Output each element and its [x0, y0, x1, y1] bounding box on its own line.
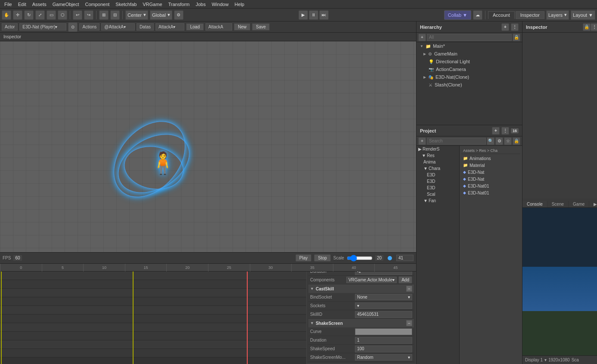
- pause-btn[interactable]: ⏸: [309, 10, 318, 20]
- move-tool-btn[interactable]: ✛: [13, 10, 22, 20]
- menu-file[interactable]: File: [2, 1, 15, 8]
- hierarchy-lock-btn[interactable]: 🔒: [513, 34, 520, 41]
- file-e3d-nat-1[interactable]: ◆ E3D-Nat: [461, 169, 520, 176]
- transform-tool-btn[interactable]: ⬡: [58, 10, 67, 20]
- menu-help[interactable]: Help: [232, 1, 247, 8]
- attack-dropdown[interactable]: AttackA: [205, 23, 232, 31]
- load-btn[interactable]: Load: [186, 23, 203, 31]
- extra-tab[interactable]: ▶: [589, 201, 597, 207]
- bindsocket-dropdown[interactable]: None▾: [355, 294, 412, 300]
- castskill-toggle[interactable]: ▼: [310, 287, 314, 291]
- save-btn[interactable]: Save: [252, 23, 270, 31]
- account-tab[interactable]: Account: [488, 11, 515, 19]
- proj-res[interactable]: ▼Res: [417, 152, 459, 159]
- menu-vrgame[interactable]: VRGame: [140, 1, 165, 8]
- proj-search-btn[interactable]: 🔍: [487, 137, 494, 145]
- tree-gamemain[interactable]: ▶ ⚙ GameMain: [417, 50, 522, 58]
- proj-e3d-1[interactable]: E3D: [417, 172, 459, 178]
- menu-assets[interactable]: Assets: [30, 1, 49, 8]
- rotate-tool-btn[interactable]: ↻: [24, 10, 34, 20]
- curve-value[interactable]: [355, 328, 412, 335]
- proj-lock-btn[interactable]: 🔒: [513, 137, 520, 145]
- global-dropdown[interactable]: Global▾: [150, 10, 172, 20]
- new-btn[interactable]: New: [234, 23, 250, 31]
- console-tab[interactable]: Console: [522, 201, 547, 207]
- collab-btn[interactable]: Collab ▼: [444, 10, 471, 20]
- proj-e3d-3[interactable]: E3D: [417, 185, 459, 191]
- shakescr-remove-btn[interactable]: −: [406, 320, 412, 326]
- proj-anima[interactable]: Anima: [417, 159, 459, 165]
- inspector-menu-btn[interactable]: ⋮: [591, 23, 597, 31]
- file-e3d-nat01-2[interactable]: ◆ E3D-Nat01: [461, 189, 520, 196]
- rect-tool-btn[interactable]: ▭: [47, 10, 56, 20]
- proj-add-btn-2[interactable]: +: [418, 137, 426, 145]
- playhead[interactable]: [247, 271, 248, 364]
- tree-slash-clone[interactable]: ⚔ Slash(Clone): [417, 81, 522, 89]
- shakespeed-value[interactable]: 100: [355, 345, 412, 352]
- actor-dropdown[interactable]: E3D-Nat (Player)▾: [19, 23, 66, 31]
- actor-settings-btn[interactable]: ⊙: [68, 22, 78, 32]
- project-menu-btn[interactable]: ⋮: [501, 127, 509, 135]
- tree-main[interactable]: ▼ 📁 Main*: [417, 42, 522, 50]
- menu-sketchfab[interactable]: Sketchfab: [113, 1, 139, 8]
- menu-component[interactable]: Component: [82, 1, 112, 8]
- skillid-value[interactable]: 454610531: [355, 311, 412, 318]
- play-btn[interactable]: ▶: [298, 10, 308, 20]
- scale-tool-btn[interactable]: ⤢: [35, 10, 45, 20]
- menu-jobs[interactable]: Jobs: [193, 1, 208, 8]
- menu-edit[interactable]: Edit: [16, 1, 29, 8]
- viewport[interactable]: 🧍: [0, 41, 416, 252]
- grid-btn[interactable]: ⊞: [99, 10, 109, 20]
- castskill-remove-btn[interactable]: −: [406, 286, 412, 292]
- menu-gameobject[interactable]: GameObject: [50, 1, 82, 8]
- layout-dropdown[interactable]: Layout ▼: [571, 10, 595, 20]
- hierarchy-add-btn[interactable]: +: [501, 23, 509, 31]
- file-animations[interactable]: 📁 Animations: [461, 155, 520, 162]
- stop-tl-btn[interactable]: Stop: [314, 254, 331, 262]
- add-component-btn[interactable]: Add: [398, 276, 412, 284]
- proj-star-btn[interactable]: ☆: [504, 137, 512, 145]
- scene-tab[interactable]: Scene: [547, 201, 569, 207]
- file-material[interactable]: 📁 Material: [461, 162, 520, 169]
- play-tl-btn[interactable]: Play: [295, 254, 311, 262]
- extra-btn[interactable]: ⚙: [174, 10, 183, 20]
- datas-dropdown[interactable]: AttackA▾: [155, 23, 184, 31]
- proj-scal[interactable]: Scal: [417, 191, 459, 197]
- cloud-btn[interactable]: ☁: [473, 10, 482, 20]
- step-btn[interactable]: ⏭: [319, 10, 329, 20]
- hand-tool-btn[interactable]: ✋: [2, 10, 11, 20]
- snap-btn[interactable]: ⊟: [110, 10, 120, 20]
- menu-transform[interactable]: Transform: [166, 1, 193, 8]
- shakescr-toggle[interactable]: ▼: [310, 321, 314, 325]
- inspector-lock-btn[interactable]: 🔒: [583, 23, 591, 31]
- file-e3d-nat-2[interactable]: ◆ E3D-Nat: [461, 176, 520, 182]
- center-dropdown[interactable]: Center▾: [125, 10, 148, 20]
- layers-dropdown[interactable]: Layers▾: [546, 10, 569, 20]
- sockets-dropdown[interactable]: ▾: [355, 302, 412, 309]
- hierarchy-add-btn-2[interactable]: +: [418, 34, 426, 41]
- hierarchy-search[interactable]: [427, 34, 512, 41]
- tree-e3d-clone[interactable]: ▶ 🎭 E3D-Nat(Clone): [417, 73, 522, 81]
- game-tab[interactable]: Game: [569, 201, 589, 207]
- tree-actioncam[interactable]: 📷 ActionCamera: [417, 65, 522, 73]
- proj-e3d-2[interactable]: E3D: [417, 178, 459, 185]
- menu-window[interactable]: Window: [209, 1, 231, 8]
- undo-btn[interactable]: ↩: [73, 10, 82, 20]
- inspector-top-tab[interactable]: Inspector: [516, 11, 544, 19]
- redo-btn[interactable]: ↪: [84, 10, 93, 20]
- file-e3d-nat01-1[interactable]: ◆ E3D-Nat01: [461, 182, 520, 189]
- hierarchy-menu-btn[interactable]: ⋮: [511, 23, 519, 31]
- proj-filter-btn[interactable]: ⚙: [495, 137, 503, 145]
- actions-dropdown[interactable]: @AttackA▾: [101, 23, 135, 31]
- tree-dirlight[interactable]: 💡 Directional Light: [417, 58, 522, 65]
- shakescreenmod-dropdown[interactable]: Random▾: [355, 354, 412, 361]
- project-search[interactable]: [427, 138, 486, 145]
- project-add-btn[interactable]: +: [492, 127, 500, 135]
- scale-slider[interactable]: [347, 255, 373, 262]
- proj-fan[interactable]: ▼Fan: [417, 197, 459, 204]
- proj-renders[interactable]: ▶RenderS: [417, 146, 459, 152]
- components-dropdown[interactable]: VRGame.Actor.Module▾: [346, 277, 397, 283]
- proj-chara[interactable]: ▼Chara: [417, 165, 459, 172]
- shake-duration-value[interactable]: 1: [355, 337, 412, 344]
- duration-value[interactable]: -1: [355, 271, 412, 275]
